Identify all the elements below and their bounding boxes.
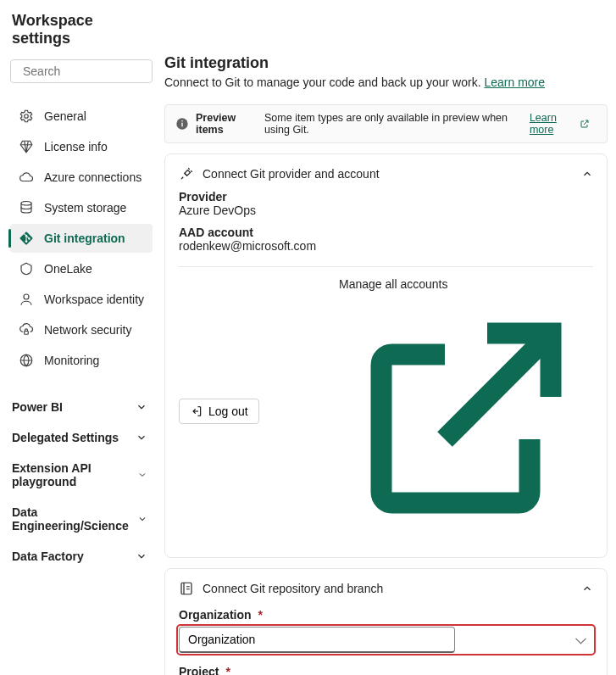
svg-point-3 — [21, 202, 31, 206]
svg-rect-10 — [181, 583, 191, 594]
sidebar-item-label: Network security — [44, 323, 131, 337]
section-title: Git integration — [164, 54, 608, 72]
svg-rect-9 — [181, 120, 182, 121]
repo-card-title: Connect Git repository and branch — [203, 582, 383, 595]
organization-label: Organization* — [179, 608, 593, 622]
organization-select-wrap — [179, 627, 593, 653]
nav-group-label: Power BI — [12, 400, 63, 414]
sidebar-item-label: System storage — [44, 201, 126, 215]
banner-text: Some item types are only available in pr… — [264, 112, 526, 136]
sidebar-item-license[interactable]: License info — [10, 132, 153, 161]
search-input[interactable] — [23, 64, 171, 78]
account-label: AAD account — [179, 226, 593, 239]
database-icon — [19, 200, 34, 215]
svg-point-4 — [24, 294, 29, 299]
nav-group-datafactory[interactable]: Data Factory — [10, 541, 153, 572]
logout-label: Log out — [208, 404, 248, 418]
search-input-wrap[interactable] — [10, 59, 153, 83]
page-title: Workspace settings — [10, 0, 153, 59]
onelake-icon — [19, 261, 34, 276]
repo-icon — [179, 581, 194, 596]
gear-icon — [19, 109, 34, 124]
chevron-up-icon[interactable] — [581, 168, 593, 180]
sidebar-item-label: Monitoring — [44, 354, 99, 367]
chevron-down-icon — [136, 550, 147, 562]
sidebar-item-git[interactable]: Git integration — [10, 224, 153, 253]
banner-bold: Preview items — [196, 112, 259, 136]
provider-label: Provider — [179, 190, 593, 204]
git-icon — [19, 231, 34, 246]
manage-accounts-label: Manage all accounts — [339, 277, 447, 291]
preview-banner: Preview items Some item types are only a… — [164, 104, 608, 143]
organization-select[interactable] — [179, 627, 455, 653]
sidebar-item-monitoring[interactable]: Monitoring — [10, 346, 153, 375]
sidebar-item-label: General — [44, 109, 86, 123]
logout-icon — [190, 404, 203, 418]
external-link-icon — [339, 291, 593, 545]
manage-accounts-link[interactable]: Manage all accounts — [339, 277, 593, 545]
sidebar-item-label: Workspace identity — [44, 293, 144, 306]
sidebar-nav: General License info Azure connections S… — [10, 102, 153, 572]
chevron-down-icon — [136, 432, 147, 443]
nav-group-dataeng[interactable]: Data Engineering/Science — [10, 497, 153, 541]
banner-learn-more-link[interactable]: Learn more — [530, 112, 597, 136]
nav-group-label: Extension API playground — [12, 461, 137, 488]
plug-icon — [179, 166, 194, 181]
chevron-up-icon[interactable] — [581, 583, 593, 594]
external-link-icon — [580, 119, 590, 129]
section-desc: Connect to Git to manage your code and b… — [164, 75, 608, 89]
nav-group-label: Data Factory — [12, 549, 84, 563]
provider-card: Connect Git provider and account Provide… — [164, 153, 608, 558]
sidebar-item-label: Git integration — [44, 232, 125, 245]
section-desc-text: Connect to Git to manage your code and b… — [164, 75, 484, 89]
sidebar-item-general[interactable]: General — [10, 102, 153, 131]
repo-card: Connect Git repository and branch Organi… — [164, 568, 608, 675]
learn-more-link[interactable]: Learn more — [484, 75, 545, 89]
nav-group-label: Delegated Settings — [12, 431, 119, 444]
provider-value: Azure DevOps — [179, 204, 593, 217]
cloud-lock-icon — [19, 322, 34, 338]
sidebar-item-label: Azure connections — [44, 170, 142, 184]
sidebar-item-network[interactable]: Network security — [10, 315, 153, 344]
chevron-down-icon — [137, 469, 147, 481]
nav-group-powerbi[interactable]: Power BI — [10, 392, 153, 422]
chevron-down-icon — [136, 401, 147, 413]
provider-card-title: Connect Git provider and account — [203, 167, 380, 181]
logout-button[interactable]: Log out — [179, 399, 259, 424]
sidebar-item-onelake[interactable]: OneLake — [10, 254, 153, 283]
cloud-icon — [19, 170, 34, 185]
nav-group-label: Data Engineering/Science — [12, 505, 137, 533]
svg-rect-8 — [181, 123, 182, 127]
info-icon — [175, 117, 189, 131]
project-label: Project* — [179, 665, 593, 675]
svg-point-2 — [25, 114, 29, 119]
sidebar-item-label: OneLake — [44, 262, 92, 276]
chevron-down-icon — [137, 513, 147, 525]
banner-link-text: Learn more — [530, 112, 576, 136]
globe-icon — [19, 353, 34, 368]
divider — [179, 266, 593, 267]
sidebar-item-identity[interactable]: Workspace identity — [10, 285, 153, 314]
nav-group-extension[interactable]: Extension API playground — [10, 453, 153, 497]
sidebar-item-azure[interactable]: Azure connections — [10, 163, 153, 192]
diamond-icon — [19, 139, 34, 154]
svg-rect-5 — [25, 332, 29, 335]
nav-group-delegated[interactable]: Delegated Settings — [10, 422, 153, 453]
account-value: rodenkew@microsoft.com — [179, 239, 593, 253]
sidebar-item-storage[interactable]: System storage — [10, 193, 153, 222]
sidebar-item-label: License info — [44, 140, 108, 153]
person-icon — [19, 292, 34, 307]
